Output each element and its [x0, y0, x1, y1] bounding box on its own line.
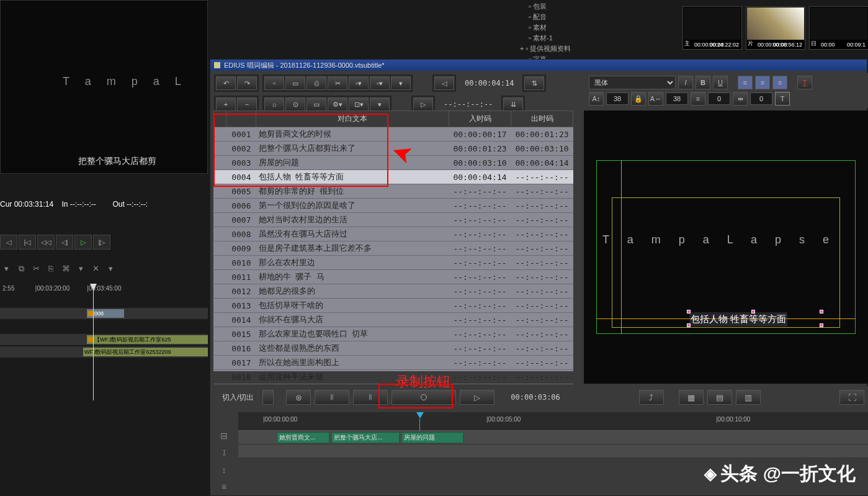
- col-out[interactable]: 出时码: [511, 111, 573, 127]
- audio-track[interactable]: 【WFJ数码影视后期工作室625: [0, 334, 208, 345]
- subtitle-clip[interactable]: 她剪晋商文...: [277, 432, 329, 443]
- mark-in-button[interactable]: ◁: [434, 76, 454, 90]
- align-right-button[interactable]: ≡: [772, 76, 787, 89]
- tool-icon[interactable]: ≡: [215, 480, 233, 495]
- bold-button[interactable]: B: [696, 76, 710, 89]
- layout-button[interactable]: ▥: [736, 390, 761, 405]
- layout-button[interactable]: ▦: [679, 390, 704, 405]
- clip-thumbnail[interactable]: 日 00:00 00:09:1: [809, 6, 868, 50]
- settings-button[interactable]: ⊛: [286, 390, 311, 405]
- prev-button[interactable]: ◁: [0, 235, 17, 250]
- export-button[interactable]: ⤴: [639, 390, 664, 405]
- record-button[interactable]: [391, 390, 456, 405]
- table-row[interactable]: 0008虽然没有在骡马大店待过--:--:--:----:--:--:--: [214, 227, 573, 241]
- table-row[interactable]: 0013包括切草呀干啥的--:--:--:----:--:--:--: [214, 299, 573, 313]
- text-style-button[interactable]: T: [797, 76, 812, 89]
- table-row[interactable]: 0011耕地的牛 骡子 马--:--:--:----:--:--:--: [214, 270, 573, 284]
- remove-button[interactable]: −: [237, 97, 257, 111]
- sync-button[interactable]: ⇅: [524, 76, 544, 90]
- subtitle-text-overlay[interactable]: 包括人物 牲畜等等方面: [689, 312, 787, 327]
- settings-button[interactable]: ▭: [306, 97, 326, 111]
- italic-button[interactable]: I: [678, 76, 693, 89]
- open-button[interactable]: ▭: [285, 76, 305, 90]
- tool-button[interactable]: ⊡▾: [349, 97, 369, 111]
- add-button[interactable]: +: [216, 97, 236, 111]
- tool-icon[interactable]: ▾: [104, 264, 117, 276]
- underline-button[interactable]: U: [713, 76, 728, 89]
- col-in[interactable]: 入时码: [449, 111, 511, 127]
- apply-button[interactable]: ⇊: [503, 97, 523, 111]
- tool-button[interactable]: ⚙▾: [328, 97, 347, 111]
- copy-button[interactable]: ▫▾: [370, 76, 390, 90]
- tool-icon[interactable]: ▾: [0, 264, 12, 276]
- char-width-input[interactable]: [666, 92, 688, 105]
- mark-out-button[interactable]: ▷: [413, 97, 433, 111]
- char-width-button[interactable]: A↔: [648, 92, 663, 106]
- tool-icon[interactable]: ⊟: [215, 428, 233, 443]
- video-clip[interactable]: 008: [87, 309, 124, 318]
- resize-handle[interactable]: [751, 310, 755, 313]
- font-size-input[interactable]: [606, 92, 629, 105]
- text-box-button[interactable]: T: [775, 92, 790, 106]
- resize-handle[interactable]: [687, 310, 691, 313]
- subtitle-clip[interactable]: 房屋的问题: [401, 432, 463, 443]
- play-button[interactable]: ▷: [74, 235, 92, 250]
- table-row[interactable]: 0014你就不在骡马大店--:--:--:----:--:--:--: [214, 313, 573, 327]
- save-button[interactable]: ⎙: [306, 76, 326, 90]
- paste-button[interactable]: ▫▾: [349, 76, 369, 90]
- video-track[interactable]: 008: [0, 308, 208, 319]
- audio-clip[interactable]: 【WFJ数码影视后期工作室625: [87, 335, 208, 344]
- find-button[interactable]: ⌕: [264, 97, 284, 111]
- table-row[interactable]: 0006第一个很到位的原因是啥了--:--:--:----:--:--:--: [214, 199, 573, 213]
- undo-button[interactable]: ↶: [216, 76, 236, 90]
- tool-button[interactable]: ⫴: [353, 390, 388, 405]
- audio-clip[interactable]: WFJ数码影视后期工作室62532209: [83, 348, 208, 356]
- tool-button[interactable]: ⫴: [315, 390, 349, 405]
- scissors-icon[interactable]: ✂: [30, 264, 42, 276]
- goto-start-button[interactable]: |◁: [19, 235, 36, 250]
- align-center-button[interactable]: ≡: [755, 76, 770, 89]
- char-spacing-button[interactable]: ⇹: [733, 92, 748, 106]
- align-left-button[interactable]: ≡: [738, 76, 753, 89]
- table-row[interactable]: 0007她对当时农村里边的生活--:--:--:----:--:--:--: [214, 213, 573, 227]
- redo-button[interactable]: ↷: [237, 76, 257, 90]
- line-spacing-input[interactable]: [708, 92, 730, 105]
- step-fwd-button[interactable]: |▷: [93, 235, 110, 250]
- font-size-button[interactable]: A↕: [589, 92, 604, 106]
- table-row[interactable]: 0009但是房子建筑基本上跟它差不多--:--:--:----:--:--:--: [214, 241, 573, 256]
- table-row[interactable]: 0001她剪晋商文化的时候00:00:00:1700:00:01:23: [214, 127, 573, 142]
- audio-track[interactable]: WFJ数码影视后期工作室62532209: [0, 346, 208, 358]
- playhead-icon[interactable]: [416, 412, 423, 418]
- zoom-button[interactable]: ⊙: [285, 97, 305, 111]
- table-row[interactable]: 0003房屋的问题00:00:03:1000:00:04:14: [214, 156, 573, 170]
- rewind-button[interactable]: ◁◁: [37, 235, 55, 250]
- tool-icon[interactable]: ▾: [74, 264, 87, 276]
- resize-handle[interactable]: [820, 323, 823, 327]
- subtitle-clip[interactable]: 把整个骡马大店...: [331, 432, 400, 443]
- clip-thumbnail[interactable]: 片 00:00:00:00 00:08:56:12: [746, 6, 805, 50]
- table-row[interactable]: 0018运用这种手法来做--:--:--:----:--:--:--: [214, 370, 573, 384]
- main-timeline[interactable]: 2:55 |00:03:20:00 |00:03:45:00 008 【WFJ数…: [0, 282, 208, 407]
- col-text[interactable]: 对白文本: [256, 111, 449, 127]
- step-back-button[interactable]: ◁|: [56, 235, 73, 250]
- font-select[interactable]: 黑体: [589, 76, 676, 89]
- line-spacing-button[interactable]: ≡: [691, 92, 705, 106]
- table-row[interactable]: 0004包括人物 牲畜等等方面00:00:04:14--:--:--:--: [214, 170, 573, 184]
- table-row[interactable]: 0005都剪的非常的好 很到位--:--:--:----:--:--:--: [214, 184, 573, 199]
- char-spacing-input[interactable]: [750, 92, 772, 105]
- tool-icon[interactable]: ⫱: [215, 446, 233, 461]
- subtitle-ruler[interactable]: |00:00:00:00 |00:00:05:00 |00:00:10:00: [238, 412, 868, 431]
- play-preview-button[interactable]: ▷: [460, 390, 494, 405]
- new-button[interactable]: ▫: [264, 76, 284, 90]
- copy-icon[interactable]: ⎘: [45, 264, 57, 276]
- resize-handle[interactable]: [820, 310, 823, 313]
- subtitle-track[interactable]: 她剪晋商文... 把整个骡马大店... 房屋的问题: [238, 431, 868, 444]
- tool-icon[interactable]: ↕: [215, 462, 233, 477]
- table-row[interactable]: 0010那么在农村里边--:--:--:----:--:--:--: [214, 256, 573, 270]
- mode-dropdown[interactable]: [262, 390, 274, 405]
- delete-icon[interactable]: ✕: [89, 264, 102, 276]
- subtitle-table[interactable]: 对白文本 入时码 出时码 0001她剪晋商文化的时候00:00:00:1700:…: [213, 110, 573, 371]
- lock-button[interactable]: 🔒: [631, 92, 646, 106]
- table-row[interactable]: 0015那么农家里边也要喂牲口 切草--:--:--:----:--:--:--: [214, 327, 573, 341]
- table-row[interactable]: 0017所以在她画里面构图上--:--:--:----:--:--:--: [214, 356, 573, 370]
